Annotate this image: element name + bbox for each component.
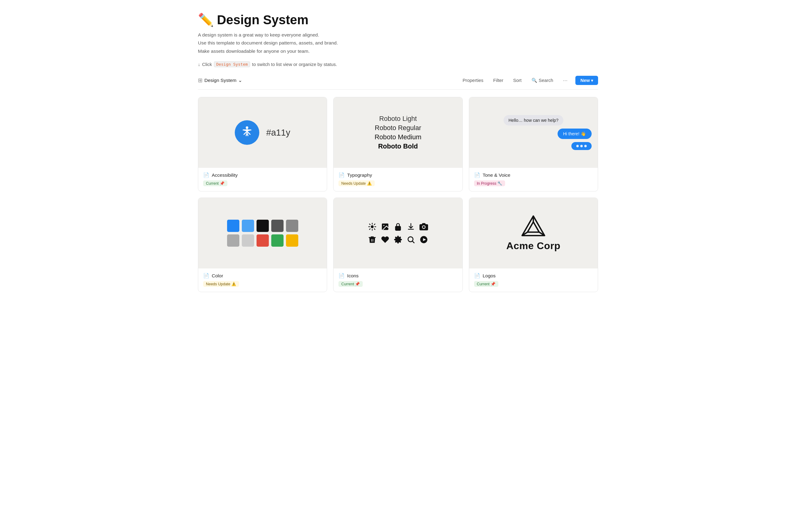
download-icon	[406, 223, 415, 231]
color-swatch-0	[227, 220, 239, 232]
svg-line-15	[369, 229, 370, 229]
card-tone-voice-preview: Hello… how can we help? Hi there! 👋	[469, 97, 598, 168]
card-logos-preview: Acme Corp	[469, 198, 598, 268]
card-tone-voice[interactable]: Hello… how can we help? Hi there! 👋 📄 To…	[469, 97, 598, 191]
page-title: ✏️ Design System	[198, 12, 598, 27]
search-button[interactable]: 🔍 Search	[530, 76, 555, 84]
desc-line-3: Make assets downloadable for anyone on y…	[198, 47, 598, 55]
card-icons-preview	[334, 198, 462, 268]
doc-icon: 📄	[203, 273, 209, 279]
card-title-text: Accessibility	[212, 172, 238, 178]
lock-icon	[394, 223, 402, 231]
doc-icon: 📄	[339, 273, 345, 279]
svg-line-14	[374, 229, 375, 229]
typing-dot-3	[584, 145, 587, 147]
svg-point-18	[383, 225, 384, 226]
view-selector[interactable]: ⊞ Design System ⌄	[198, 77, 242, 84]
search-icon	[406, 235, 415, 244]
color-swatch-8	[271, 234, 284, 247]
hint-tag[interactable]: Design System	[214, 61, 250, 67]
a11y-label: #a11y	[266, 128, 290, 138]
color-swatch-4	[286, 220, 298, 232]
card-typography-footer: 📄 Typography Needs Update ⚠️	[334, 168, 462, 191]
logo-triangle-icon	[521, 215, 546, 238]
typo-bold: Roboto Bold	[378, 142, 418, 150]
color-swatch-9	[286, 234, 298, 247]
title-text: Design System	[217, 13, 308, 27]
desc-line-1: A design system is a great way to keep e…	[198, 31, 598, 39]
view-label: Design System	[204, 78, 236, 83]
logo-preview: Acme Corp	[506, 215, 560, 251]
color-swatch-2	[257, 220, 269, 232]
search-icon: 🔍	[531, 78, 537, 83]
search-label: Search	[539, 78, 553, 83]
color-swatch-7	[257, 234, 269, 247]
card-title-text: Tone & Voice	[483, 172, 511, 178]
svg-line-16	[374, 224, 375, 225]
card-title-text: Logos	[483, 273, 496, 279]
play-icon	[419, 235, 428, 244]
new-chevron-icon: ▾	[591, 78, 593, 83]
chat-typing-indicator	[571, 142, 592, 150]
page-description: A design system is a great way to keep e…	[198, 31, 598, 55]
chat-bubble-gray: Hello… how can we help?	[504, 115, 563, 126]
card-logos[interactable]: Acme Corp 📄 Logos Current 📌	[469, 197, 598, 292]
more-options-button[interactable]: ···	[561, 76, 570, 85]
card-color-title: 📄 Color	[203, 273, 322, 279]
card-typography-title: 📄 Typography	[339, 172, 457, 178]
doc-icon: 📄	[203, 172, 209, 178]
card-accessibility-preview: #a11y	[198, 97, 327, 168]
color-swatch-3	[271, 220, 284, 232]
doc-icon: 📄	[474, 273, 480, 279]
card-title-text: Icons	[347, 273, 358, 279]
svg-point-3	[246, 127, 248, 129]
sun-icon	[368, 223, 377, 231]
card-icons[interactable]: 📄 Icons Current 📌	[333, 197, 462, 292]
card-icons-badge: Current 📌	[339, 281, 363, 287]
card-title-text: Color	[212, 273, 223, 279]
svg-line-23	[413, 242, 414, 243]
typo-light: Roboto Light	[379, 115, 417, 123]
grid-view-icon: ⊞	[198, 77, 203, 84]
heart-icon	[381, 235, 390, 244]
hint-arrow: ↓	[198, 62, 200, 67]
typo-regular: Roboto Regular	[375, 124, 421, 132]
card-title-text: Typography	[347, 172, 372, 178]
card-tone-voice-footer: 📄 Tone & Voice In Progress 🔧	[469, 168, 598, 191]
hint-bar: ↓ Click Design System to switch to list …	[198, 61, 598, 67]
accessibility-icon	[240, 125, 254, 140]
svg-point-8	[371, 225, 374, 228]
hint-text-after: to switch to list view or organize by st…	[252, 62, 337, 67]
new-button[interactable]: New ▾	[575, 76, 598, 85]
color-swatch-6	[242, 234, 254, 247]
camera-icon	[419, 223, 428, 231]
typing-dot-2	[580, 145, 583, 147]
svg-line-13	[369, 224, 370, 225]
logo-name: Acme Corp	[506, 240, 560, 251]
doc-icon: 📄	[339, 172, 345, 178]
a11y-preview: #a11y	[235, 120, 290, 145]
card-typography[interactable]: Roboto Light Roboto Regular Roboto Mediu…	[333, 97, 462, 191]
title-emoji: ✏️	[198, 12, 214, 27]
card-logos-title: 📄 Logos	[474, 273, 593, 279]
color-swatches	[227, 220, 298, 247]
card-accessibility[interactable]: #a11y 📄 Accessibility Current 📌	[198, 97, 327, 191]
a11y-circle	[235, 120, 259, 145]
typo-medium: Roboto Medium	[375, 133, 421, 141]
toolbar: ⊞ Design System ⌄ Properties Filter Sort…	[198, 76, 598, 90]
card-color[interactable]: 📄 Color Needs Update ⚠️	[198, 197, 327, 292]
icons-grid	[359, 220, 437, 247]
chat-preview: Hello… how can we help? Hi there! 👋	[469, 112, 598, 153]
card-tone-voice-badge: In Progress 🔧	[474, 180, 505, 186]
card-accessibility-badge: Current 📌	[203, 180, 227, 186]
card-accessibility-footer: 📄 Accessibility Current 📌	[198, 168, 327, 191]
properties-button[interactable]: Properties	[460, 77, 485, 84]
sort-button[interactable]: Sort	[511, 77, 523, 84]
card-logos-badge: Current 📌	[474, 281, 498, 287]
card-icons-footer: 📄 Icons Current 📌	[334, 268, 462, 292]
filter-button[interactable]: Filter	[491, 77, 505, 84]
image-icon	[381, 223, 390, 231]
svg-point-20	[397, 228, 399, 229]
color-swatch-1	[242, 220, 254, 232]
gear-icon	[394, 235, 402, 244]
